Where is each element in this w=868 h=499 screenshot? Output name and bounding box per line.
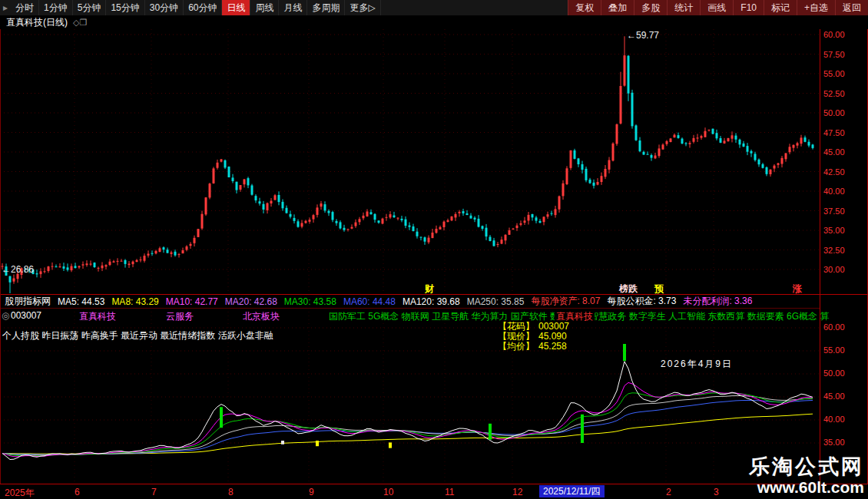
left-border-line	[0, 29, 1, 484]
price-label: 35.00	[823, 226, 845, 235]
price-label: 60.00	[823, 30, 845, 39]
tab-月线[interactable]: 月线	[279, 0, 307, 15]
expand-icon[interactable]: ▸	[0, 0, 11, 15]
stock-code-icon: ◎	[2, 310, 9, 321]
tab-更多▷[interactable]: 更多▷	[345, 0, 380, 15]
price-label: 47.50	[823, 128, 845, 137]
date-annotation: 2026年4月9日	[661, 358, 733, 371]
high-price-annotation: ←59.77	[627, 30, 659, 41]
tab-1分钟[interactable]: 1分钟	[39, 0, 73, 15]
window-icon[interactable]: ❐	[79, 18, 87, 27]
button-返回[interactable]: 返回	[835, 0, 868, 15]
axis-divider-line	[0, 484, 868, 484]
stock-name-tag[interactable]: 直真科技	[79, 310, 116, 323]
indicator-panel: 60.0055.0050.0045.0040.0035.00 ◎ 003007 …	[0, 308, 868, 484]
price-label: 42.50	[823, 167, 845, 177]
financial-item: 每股净资产: 8.07	[531, 295, 600, 308]
month-label: 2	[666, 487, 671, 497]
low-price-annotation: ←26.86	[2, 264, 34, 275]
price-label: 45.00	[823, 147, 845, 157]
ma-item: MA60: 44.48	[343, 296, 396, 307]
month-label: 9	[309, 487, 314, 497]
ma-item: MA8: 43.29	[111, 296, 158, 307]
toolbar-period-tabs: 分时1分钟5分钟15分钟30分钟60分钟日线周线月线多周期更多▷	[11, 0, 381, 15]
price-label: 37.50	[823, 207, 845, 216]
watermark-site-name: 乐淘公式网	[749, 455, 864, 478]
tab-日线[interactable]: 日线	[222, 0, 250, 15]
ma-item: MA5: 44.53	[58, 296, 104, 307]
ma-item: MA10: 42.77	[166, 296, 218, 307]
tab-15分钟[interactable]: 15分钟	[106, 0, 144, 15]
tab-周线[interactable]: 周线	[250, 0, 279, 15]
month-label: 7	[151, 487, 157, 497]
window-title: 直真科技(日线)	[6, 16, 68, 29]
month-label: 12	[512, 487, 522, 497]
indicator-price-label: 35.00	[823, 438, 845, 447]
axis-separator-line	[820, 29, 820, 484]
button-画线[interactable]: 画线	[700, 0, 733, 15]
board-tag[interactable]: 北京板块	[243, 310, 280, 323]
indicator-price-label: 55.00	[823, 345, 845, 355]
button-F10[interactable]: F10	[733, 0, 764, 15]
candlestick-chart[interactable]	[0, 29, 819, 294]
month-label: 2025年	[5, 487, 35, 499]
price-label: 50.00	[823, 108, 845, 117]
titlebar: 直真科技(日线) ◇❐	[0, 15, 868, 29]
time-axis: 2025年678910111223 2025/12/11/四	[0, 484, 868, 499]
month-label: 8	[228, 487, 234, 497]
indicator-source-label: 股朋指标网	[5, 295, 51, 308]
price-label: 55.00	[823, 69, 845, 78]
financial-item: 未分配利润: 3.36	[683, 295, 752, 308]
quote-label: 【均价】	[498, 341, 535, 352]
quote-row: 【均价】45.258	[498, 340, 567, 353]
tab-多周期[interactable]: 多周期	[307, 0, 345, 15]
watermark: 乐淘公式网 www.60lt.com	[749, 455, 864, 497]
indicator-price-label: 60.00	[823, 322, 845, 332]
indicator-price-label: 50.00	[823, 368, 845, 378]
price-label: 40.00	[823, 187, 845, 196]
tab-30分钟[interactable]: 30分钟	[145, 0, 184, 15]
quote-value: 45.258	[538, 341, 567, 352]
indicator-info-bar: 股朋指标网 MA5: 44.53MA8: 43.29MA10: 42.77MA2…	[0, 295, 868, 308]
status-tags: 个人持股 昨日振荡 昨高换手 最近异动 最近情绪指数 活跃小盘非融	[2, 329, 273, 342]
main-chart-panel: 60.0057.5055.0052.5050.0047.5045.0042.50…	[0, 29, 868, 294]
tab-60分钟[interactable]: 60分钟	[184, 0, 222, 15]
ma-item: MA120: 39.68	[403, 296, 460, 307]
button-标记[interactable]: 标记	[764, 0, 797, 15]
stock-app-window: ▸ 分时1分钟5分钟15分钟30分钟60分钟日线周线月线多周期更多▷ 复权叠加多…	[0, 0, 868, 499]
price-label: 32.50	[823, 246, 845, 255]
toolbar: ▸ 分时1分钟5分钟15分钟30分钟60分钟日线周线月线多周期更多▷ 复权叠加多…	[0, 0, 868, 15]
industry-tag[interactable]: 云服务	[166, 310, 194, 323]
ma-item: MA250: 35.85	[467, 296, 525, 307]
button-统计[interactable]: 统计	[667, 0, 700, 15]
button-+自选[interactable]: +自选	[797, 0, 835, 15]
financial-item: 每股公积金: 3.73	[607, 295, 676, 308]
month-label: 6	[75, 487, 80, 497]
tab-5分钟[interactable]: 5分钟	[73, 0, 107, 15]
button-多股[interactable]: 多股	[634, 0, 667, 15]
ma-item: MA30: 43.58	[284, 296, 336, 307]
selected-date-badge: 2025/12/11/四	[539, 485, 605, 497]
tab-分时[interactable]: 分时	[11, 0, 39, 15]
indicator-price-label: 40.00	[823, 415, 845, 424]
infobar-divider-line	[0, 308, 820, 309]
month-label: 11	[445, 487, 454, 497]
price-label: 52.50	[823, 89, 845, 98]
panel-divider-line	[0, 294, 868, 295]
price-label: 57.50	[823, 50, 845, 59]
month-label: 10	[383, 487, 393, 497]
title-icons: ◇❐	[73, 17, 87, 28]
stock-code: 003007	[11, 310, 41, 321]
price-label: 30.00	[823, 265, 845, 274]
button-叠加[interactable]: 叠加	[601, 0, 634, 15]
month-label: 3	[714, 487, 719, 497]
ma-item: MA20: 42.68	[225, 296, 277, 307]
watermark-url: www.60lt.com	[749, 478, 864, 497]
indicator-price-label: 45.00	[823, 392, 845, 401]
button-复权[interactable]: 复权	[568, 0, 601, 15]
toolbar-action-buttons: 复权叠加多股统计画线F10标记+自选返回	[568, 0, 868, 15]
